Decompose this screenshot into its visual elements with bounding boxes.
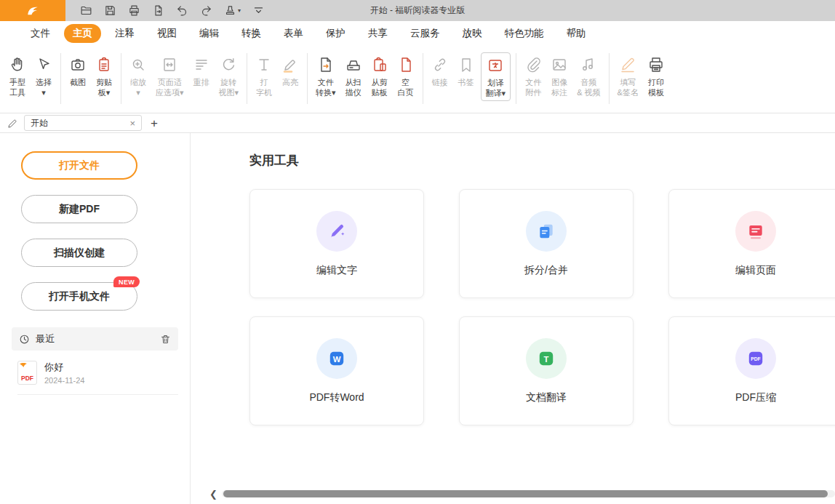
highlight-button[interactable]: 高亮 bbox=[277, 52, 303, 89]
card-icon-circle bbox=[735, 211, 776, 252]
ribbon-item-label: 截图 bbox=[70, 77, 86, 87]
ribbon-item-label: 打印 模板 bbox=[648, 77, 664, 97]
scroll-left-icon[interactable]: ❮ bbox=[209, 489, 217, 499]
zoom-button[interactable]: 缩放 ▾ bbox=[125, 52, 151, 100]
scanner-icon bbox=[345, 55, 362, 75]
image-annotation-button[interactable]: 图像 标注 bbox=[546, 52, 572, 100]
undo-icon[interactable] bbox=[176, 4, 188, 17]
new-pdf-label: 新建PDF bbox=[59, 203, 100, 216]
open-mobile-file-button[interactable]: 打开手机文件 NEW bbox=[21, 282, 137, 311]
close-tab-icon[interactable]: × bbox=[129, 119, 135, 128]
edit-pages-icon bbox=[746, 222, 765, 241]
typewriter-button[interactable]: 打 字机 bbox=[251, 52, 277, 100]
menu-tab-share[interactable]: 共享 bbox=[359, 24, 396, 43]
card-pdf-compress[interactable]: PDF PDF压缩 bbox=[668, 316, 835, 425]
bookmark-icon bbox=[458, 55, 475, 75]
ribbon-group-media: 文件 附件 图像 标注 音频 & 视频 bbox=[520, 45, 604, 113]
card-split-merge[interactable]: 拆分/合并 bbox=[459, 189, 634, 298]
select-tool-button[interactable]: 选择 ▾ bbox=[31, 52, 57, 100]
fill-sign-button[interactable]: 填写 &签名 bbox=[613, 52, 643, 100]
clipboard-button[interactable]: 剪贴 板▾ bbox=[91, 52, 117, 100]
pencil-icon[interactable] bbox=[7, 118, 18, 129]
fit-page-button[interactable]: 页面适 应选项▾ bbox=[151, 52, 188, 100]
ribbon-item-label: 重排 bbox=[193, 77, 209, 87]
scrollbar-thumb[interactable] bbox=[223, 490, 828, 497]
horizontal-scrollbar: ❮ bbox=[209, 489, 835, 498]
menu-tab-help[interactable]: 帮助 bbox=[558, 24, 595, 43]
convert-file-button[interactable]: 文件 转换▾ bbox=[311, 52, 340, 100]
menu-tab-features[interactable]: 特色功能 bbox=[496, 24, 553, 43]
from-clipboard-button[interactable]: 从剪 贴板 bbox=[367, 52, 393, 100]
document-tab-start[interactable]: 开始 × bbox=[24, 115, 142, 131]
hand-tool-button[interactable]: 手型 工具 bbox=[4, 52, 31, 100]
card-icon-circle bbox=[526, 211, 567, 252]
zoom-icon bbox=[129, 55, 147, 75]
recent-file-name: 你好 bbox=[44, 361, 84, 374]
new-pdf-button[interactable]: 新建PDF bbox=[21, 195, 137, 223]
print-icon[interactable] bbox=[128, 4, 140, 17]
translate-button[interactable]: 划译 翻译▾ bbox=[481, 52, 511, 101]
new-badge: NEW bbox=[113, 276, 140, 287]
card-edit-text[interactable]: 编辑文字 bbox=[249, 189, 424, 298]
recent-section-header: 最近 bbox=[12, 327, 178, 351]
sidebar: 打开文件 新建PDF 扫描仪创建 打开手机文件 NEW 最近 bbox=[0, 133, 191, 504]
audio-video-button[interactable]: 音频 & 视频 bbox=[572, 52, 604, 100]
split-merge-icon bbox=[537, 222, 556, 241]
card-pdf-to-word[interactable]: W PDF转Word bbox=[249, 316, 424, 425]
card-label: 文档翻译 bbox=[526, 391, 567, 404]
file-attachment-button[interactable]: 文件 附件 bbox=[520, 52, 546, 100]
new-tab-icon[interactable]: + bbox=[151, 117, 158, 129]
ribbon-separator bbox=[307, 53, 308, 104]
main-panel: 实用工具 编辑文字 拆分/合并 bbox=[191, 133, 835, 504]
save-icon[interactable] bbox=[104, 4, 116, 17]
rotate-view-icon bbox=[220, 55, 237, 75]
menu-tab-form[interactable]: 表单 bbox=[275, 24, 312, 43]
link-button[interactable]: 链接 bbox=[427, 52, 453, 89]
card-edit-pages[interactable]: 编辑页面 bbox=[668, 189, 835, 298]
scrollbar-track[interactable] bbox=[222, 490, 835, 497]
rotate-view-button[interactable]: 旋转 视图▾ bbox=[215, 52, 244, 100]
link-icon bbox=[431, 55, 449, 75]
from-scanner-button[interactable]: 从扫 描仪 bbox=[340, 52, 367, 100]
menu-tab-home[interactable]: 主页 bbox=[64, 24, 101, 43]
bookmark-button[interactable]: 书签 bbox=[453, 52, 479, 89]
export-icon[interactable] bbox=[152, 4, 164, 17]
menu-tab-comment[interactable]: 注释 bbox=[106, 24, 143, 43]
reflow-button[interactable]: 重排 bbox=[188, 52, 215, 89]
stamp-icon[interactable]: ▾ bbox=[224, 4, 241, 17]
svg-text:PDF: PDF bbox=[751, 356, 760, 361]
ribbon-separator bbox=[60, 53, 61, 104]
ribbon-group-sign-print: 填写 &签名 打印 模板 bbox=[613, 45, 669, 113]
open-folder-icon[interactable] bbox=[80, 4, 92, 17]
customize-toolbar-icon[interactable] bbox=[252, 4, 265, 17]
menu-tab-file[interactable]: 文件 bbox=[22, 24, 59, 43]
blank-page-icon bbox=[397, 55, 415, 75]
card-icon-circle: W bbox=[316, 338, 357, 379]
card-doc-translate[interactable]: T 文档翻译 bbox=[459, 316, 634, 425]
print-template-button[interactable]: 打印 模板 bbox=[643, 52, 669, 100]
ribbon-group-capture: 截图 剪贴 板▾ bbox=[65, 45, 117, 113]
clipboard-icon bbox=[95, 55, 113, 75]
card-label: PDF压缩 bbox=[735, 391, 776, 404]
ribbon-group-comment: 打 字机 高亮 bbox=[251, 45, 303, 113]
menu-tab-slideshow[interactable]: 放映 bbox=[454, 24, 491, 43]
foxit-logo[interactable] bbox=[0, 0, 65, 21]
open-file-button[interactable]: 打开文件 bbox=[21, 151, 137, 180]
blank-page-button[interactable]: 空 白页 bbox=[393, 52, 419, 100]
menu-tab-edit[interactable]: 编辑 bbox=[191, 24, 228, 43]
recent-file-item[interactable]: PDF 你好 2024-11-24 bbox=[17, 361, 178, 395]
snapshot-button[interactable]: 截图 bbox=[65, 52, 91, 89]
doc-translate-icon: T bbox=[537, 349, 556, 368]
fox-icon bbox=[24, 4, 41, 17]
menu-tab-cloud[interactable]: 云服务 bbox=[401, 24, 449, 43]
redo-icon[interactable] bbox=[200, 4, 212, 17]
sidebar-actions: 打开文件 新建PDF 扫描仪创建 打开手机文件 NEW bbox=[0, 151, 190, 311]
menu-tab-convert[interactable]: 转换 bbox=[233, 24, 270, 43]
trash-icon[interactable] bbox=[160, 334, 171, 345]
scanner-create-button[interactable]: 扫描仪创建 bbox=[21, 239, 137, 267]
menu-tab-view[interactable]: 视图 bbox=[148, 24, 185, 43]
image-annotation-icon bbox=[551, 55, 568, 75]
titlebar: ▾ 开始 - 福昕阅读器专业版 bbox=[0, 0, 835, 21]
edit-text-icon bbox=[327, 222, 346, 241]
menu-tab-protect[interactable]: 保护 bbox=[317, 24, 354, 43]
